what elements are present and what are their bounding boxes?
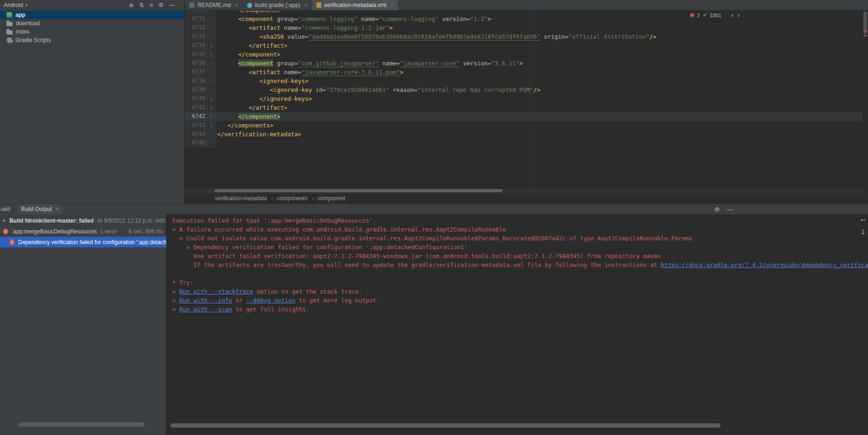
- console-error-text: One artifact failed verification: aapt2-…: [172, 253, 661, 260]
- error-stripe-mark[interactable]: [864, 30, 867, 32]
- sort-icon[interactable]: ⇅: [139, 2, 144, 8]
- code-line: 6743 </components>: [185, 121, 862, 130]
- code-line: 6735 </component>: [185, 50, 862, 59]
- line-number: 6737: [185, 68, 205, 77]
- breadcrumb-item-component[interactable]: component: [318, 195, 345, 202]
- editor-vertical-scrollbar[interactable]: [862, 11, 868, 189]
- code-token: group=: [277, 60, 298, 67]
- console-link[interactable]: https://docs.gradle.org/7.4.2/userguide/…: [661, 261, 868, 268]
- fold-marker-icon[interactable]: [205, 112, 216, 121]
- error-stripe-mark[interactable]: [864, 35, 867, 36]
- build-tree-row[interactable]: Dependency verification failed for confi…: [0, 237, 166, 247]
- build-console[interactable]: Execution failed for task ':app:mergeBas…: [170, 214, 868, 435]
- console-horizontal-scrollbar-thumb[interactable]: [170, 423, 720, 428]
- code-line: 6745: [185, 139, 862, 147]
- project-tree-item-app[interactable]: app: [0, 11, 184, 19]
- fold-marker-icon[interactable]: [205, 77, 216, 85]
- project-tree: appdownloadindexGradle Scripts: [0, 11, 184, 44]
- fold-marker-icon[interactable]: [205, 23, 216, 32]
- editor-gutter: 6739: [185, 85, 216, 94]
- tree-horizontal-scrollbar-thumb[interactable]: [19, 422, 145, 427]
- console-link[interactable]: --debug option: [246, 297, 295, 304]
- fold-marker-icon[interactable]: [205, 68, 216, 77]
- line-number: 6745: [185, 139, 205, 147]
- settings-icon[interactable]: ⚙: [714, 206, 720, 213]
- markdown-icon: [189, 2, 195, 8]
- code-line: 6742 </component>: [185, 112, 862, 121]
- code-token: [217, 69, 249, 76]
- console-error-text: to get more log output.: [295, 297, 380, 304]
- console-link[interactable]: Run with --stacktrace: [179, 288, 253, 295]
- code-line: 6731 <component group="commons-logging" …: [185, 14, 862, 23]
- code-token: "commons-logging": [379, 15, 438, 22]
- settings-icon[interactable]: ⚙: [158, 2, 163, 8]
- build-tree-row[interactable]: :app:mergeBasicDebugResources1 error6 se…: [0, 226, 166, 237]
- fold-marker-icon[interactable]: [205, 50, 216, 59]
- code-editor[interactable]: 6730 </component>6731 <component group="…: [185, 11, 862, 189]
- code-text: <sha256 value="daddea1ea0be0f56978ab3006…: [216, 32, 656, 41]
- code-token: version=: [442, 15, 470, 22]
- soft-wrap-icon[interactable]: ↩: [861, 217, 866, 224]
- error-indicator-icon[interactable]: [690, 13, 694, 17]
- fold-gutter: [205, 130, 216, 139]
- hide-panel-icon[interactable]: —: [169, 2, 175, 8]
- fold-marker-icon[interactable]: [205, 59, 216, 68]
- code-line: 6733 <sha256 value="daddea1ea0be0f56978a…: [185, 32, 862, 41]
- console-line: > Could not isolate value com.android.bu…: [172, 234, 868, 243]
- code-line: 6737 <artifact name="javaparser-core-3.6…: [185, 68, 862, 77]
- build-tree-row[interactable]: Build fdroidclient-master: failedAt 9/9/…: [0, 215, 166, 226]
- code-text: </artifact>: [216, 103, 288, 112]
- code-line: 6736 <component group="com.github.javapa…: [185, 59, 862, 68]
- build-row-detail: 1 error: [100, 228, 117, 235]
- editor-gutter: 6736: [185, 59, 216, 68]
- console-line: > A failure occurred while executing com…: [172, 225, 868, 234]
- tree-item-label: app: [15, 12, 25, 18]
- code-token: "internal repo has corrupted POM": [417, 86, 533, 93]
- hide-icon[interactable]: —: [727, 206, 733, 213]
- editor-gutter: 6734: [185, 41, 216, 50]
- editor-horizontal-scrollbar-thumb[interactable]: [214, 189, 502, 192]
- fold-marker-icon[interactable]: [205, 121, 216, 130]
- project-tree-item-index[interactable]: index: [0, 28, 184, 36]
- close-icon[interactable]: ×: [391, 2, 394, 8]
- project-tree-item-download[interactable]: download: [0, 19, 184, 28]
- line-number: 6733: [185, 32, 205, 41]
- console-error-text: option to get the stack trace.: [253, 288, 362, 295]
- console-error-text: >: [172, 288, 179, 295]
- close-icon[interactable]: ×: [235, 2, 238, 8]
- tab-readme-md[interactable]: README.md×: [185, 0, 243, 10]
- console-error-text: or: [232, 297, 246, 304]
- code-token: name=: [284, 24, 302, 31]
- collapse-all-icon[interactable]: ≡: [149, 2, 153, 8]
- locate-icon[interactable]: ⊕: [129, 2, 134, 8]
- breadcrumb-item-verification-metadata[interactable]: verification-metadata: [215, 195, 267, 202]
- close-icon[interactable]: ×: [56, 206, 59, 212]
- fold-gutter: [205, 11, 216, 14]
- fold-marker-icon[interactable]: [205, 103, 216, 112]
- code-text: <component group="commons-logging" name=…: [216, 14, 491, 23]
- fold-marker-icon[interactable]: [205, 94, 216, 103]
- fold-marker-icon[interactable]: [205, 41, 216, 50]
- console-error-text: > A failure occurred while executing com…: [172, 226, 506, 233]
- tab-build-gradle-app[interactable]: build.gradle (:app)×: [243, 0, 312, 10]
- code-token: [459, 60, 463, 67]
- tab-build-output[interactable]: Build Output ×: [17, 204, 63, 214]
- code-token: >: [488, 15, 492, 22]
- tree-console-splitter[interactable]: [166, 214, 170, 435]
- console-line: > Run with --scan to get full insights.: [172, 305, 868, 314]
- code-token: </artifact>: [249, 42, 288, 49]
- tab-verification-metadata-xml[interactable]: verification-metadata.xml×: [312, 0, 398, 10]
- console-link[interactable]: Run with --info: [179, 297, 232, 304]
- next-error-button[interactable]: ∨: [737, 13, 740, 18]
- error-count: 2: [697, 13, 700, 18]
- close-icon[interactable]: ×: [304, 2, 308, 8]
- console-error-text: Execution failed for task ':app:mergeBas…: [172, 217, 376, 224]
- code-token: [540, 33, 544, 40]
- scroll-to-end-icon[interactable]: ↧: [861, 229, 866, 236]
- code-text: <ignored-keys>: [216, 77, 309, 85]
- previous-error-button[interactable]: ∧: [731, 13, 734, 18]
- fold-marker-icon[interactable]: [205, 14, 216, 23]
- console-link[interactable]: Run with --scan: [179, 306, 232, 313]
- breadcrumb-item-components[interactable]: components: [277, 195, 307, 202]
- project-tree-item-gradle-scripts[interactable]: Gradle Scripts: [0, 36, 184, 44]
